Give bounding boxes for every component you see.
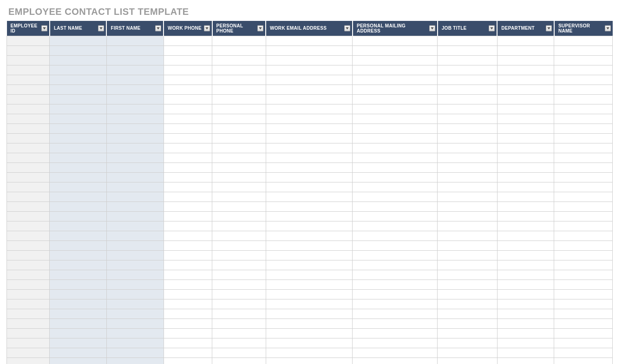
cell[interactable] xyxy=(353,114,438,124)
cell[interactable] xyxy=(497,133,554,143)
cell[interactable] xyxy=(50,104,107,114)
cell[interactable] xyxy=(266,202,353,211)
cell[interactable] xyxy=(164,94,212,104)
cell[interactable] xyxy=(50,280,107,289)
cell[interactable] xyxy=(164,231,212,240)
cell[interactable] xyxy=(164,270,212,280)
cell[interactable] xyxy=(50,318,107,328)
cell[interactable] xyxy=(212,46,266,55)
cell[interactable] xyxy=(353,260,438,270)
cell[interactable] xyxy=(438,358,498,364)
cell[interactable] xyxy=(497,36,554,46)
cell[interactable] xyxy=(164,65,212,75)
cell[interactable] xyxy=(497,211,554,221)
cell[interactable] xyxy=(164,104,212,114)
cell[interactable] xyxy=(106,143,164,153)
cell[interactable] xyxy=(438,162,498,172)
cell[interactable] xyxy=(266,358,353,364)
cell[interactable] xyxy=(497,348,554,358)
cell[interactable] xyxy=(7,36,50,46)
cell[interactable] xyxy=(497,280,554,289)
cell[interactable] xyxy=(438,133,498,143)
cell[interactable] xyxy=(164,348,212,358)
cell[interactable] xyxy=(106,221,164,231)
cell[interactable] xyxy=(212,55,266,65)
cell[interactable] xyxy=(438,338,498,348)
cell[interactable] xyxy=(438,202,498,211)
cell[interactable] xyxy=(50,328,107,338)
cell[interactable] xyxy=(438,270,498,280)
cell[interactable] xyxy=(106,240,164,250)
cell[interactable] xyxy=(497,318,554,328)
cell[interactable] xyxy=(164,192,212,202)
cell[interactable] xyxy=(438,172,498,182)
cell[interactable] xyxy=(266,270,353,280)
cell[interactable] xyxy=(266,162,353,172)
cell[interactable] xyxy=(212,318,266,328)
cell[interactable] xyxy=(497,270,554,280)
cell[interactable] xyxy=(497,143,554,153)
filter-dropdown-icon[interactable] xyxy=(41,25,47,31)
cell[interactable] xyxy=(438,280,498,289)
filter-dropdown-icon[interactable] xyxy=(546,25,552,31)
cell[interactable] xyxy=(438,84,498,94)
cell[interactable] xyxy=(554,162,613,172)
cell[interactable] xyxy=(353,172,438,182)
cell[interactable] xyxy=(353,280,438,289)
cell[interactable] xyxy=(353,358,438,364)
cell[interactable] xyxy=(50,202,107,211)
cell[interactable] xyxy=(7,182,50,192)
cell[interactable] xyxy=(353,289,438,299)
cell[interactable] xyxy=(212,260,266,270)
cell[interactable] xyxy=(7,192,50,202)
cell[interactable] xyxy=(266,172,353,182)
cell[interactable] xyxy=(164,318,212,328)
cell[interactable] xyxy=(438,231,498,240)
cell[interactable] xyxy=(497,192,554,202)
cell[interactable] xyxy=(212,328,266,338)
cell[interactable] xyxy=(266,114,353,124)
cell[interactable] xyxy=(212,192,266,202)
cell[interactable] xyxy=(554,270,613,280)
cell[interactable] xyxy=(266,153,353,162)
cell[interactable] xyxy=(497,162,554,172)
cell[interactable] xyxy=(497,250,554,260)
cell[interactable] xyxy=(266,289,353,299)
cell[interactable] xyxy=(106,182,164,192)
cell[interactable] xyxy=(497,328,554,338)
cell[interactable] xyxy=(7,75,50,84)
cell[interactable] xyxy=(50,348,107,358)
cell[interactable] xyxy=(353,143,438,153)
cell[interactable] xyxy=(266,250,353,260)
cell[interactable] xyxy=(164,46,212,55)
cell[interactable] xyxy=(266,36,353,46)
cell[interactable] xyxy=(50,55,107,65)
cell[interactable] xyxy=(164,124,212,133)
cell[interactable] xyxy=(353,94,438,104)
cell[interactable] xyxy=(353,318,438,328)
cell[interactable] xyxy=(554,75,613,84)
cell[interactable] xyxy=(554,231,613,240)
cell[interactable] xyxy=(164,202,212,211)
cell[interactable] xyxy=(212,133,266,143)
cell[interactable] xyxy=(212,153,266,162)
cell[interactable] xyxy=(554,172,613,182)
cell[interactable] xyxy=(7,240,50,250)
cell[interactable] xyxy=(438,260,498,270)
cell[interactable] xyxy=(7,260,50,270)
cell[interactable] xyxy=(212,309,266,318)
cell[interactable] xyxy=(212,114,266,124)
cell[interactable] xyxy=(438,221,498,231)
filter-dropdown-icon[interactable] xyxy=(605,25,611,31)
cell[interactable] xyxy=(438,46,498,55)
cell[interactable] xyxy=(7,133,50,143)
cell[interactable] xyxy=(106,162,164,172)
cell[interactable] xyxy=(7,211,50,221)
cell[interactable] xyxy=(497,75,554,84)
cell[interactable] xyxy=(7,172,50,182)
cell[interactable] xyxy=(353,124,438,133)
cell[interactable] xyxy=(106,280,164,289)
cell[interactable] xyxy=(438,250,498,260)
cell[interactable] xyxy=(7,162,50,172)
cell[interactable] xyxy=(554,280,613,289)
